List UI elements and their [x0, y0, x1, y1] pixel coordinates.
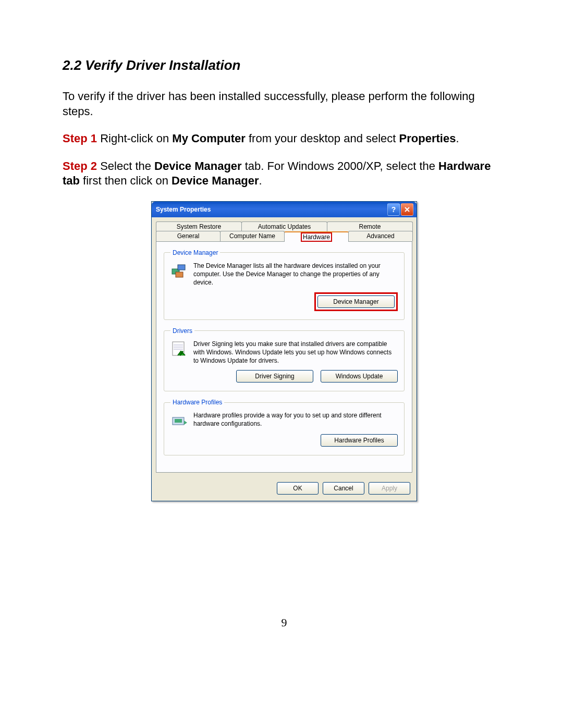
- close-icon: [404, 206, 410, 213]
- hardware-profiles-button[interactable]: Hardware Profiles: [321, 434, 398, 447]
- ok-button[interactable]: OK: [277, 482, 319, 495]
- windows-update-button[interactable]: Windows Update: [321, 370, 398, 382]
- close-button[interactable]: [401, 203, 413, 216]
- device-manager-legend: Device Manager: [170, 249, 220, 256]
- tab-general[interactable]: General: [156, 231, 221, 241]
- cancel-button[interactable]: Cancel: [323, 482, 364, 495]
- device-manager-button[interactable]: Device Manager: [317, 295, 395, 308]
- step-1-label: Step 1: [63, 132, 97, 145]
- step-2-label: Step 2: [63, 159, 97, 172]
- tab-hardware[interactable]: Hardware: [284, 231, 349, 242]
- drivers-legend: Drivers: [170, 327, 194, 335]
- hardware-profiles-text: Hardware profiles provide a way for you …: [193, 411, 398, 429]
- tab-row-bottom: General Computer Name Hardware Advanced: [156, 231, 412, 241]
- device-manager-group: Device Manager The Device Manager lists …: [164, 249, 405, 320]
- device-manager-text: The Device Manager lists all the hardwar…: [193, 262, 398, 287]
- tab-remote[interactable]: Remote: [327, 221, 413, 231]
- drivers-icon: [170, 340, 188, 357]
- device-manager-icon: [170, 262, 188, 279]
- tab-row-top: System Restore Automatic Updates Remote: [156, 221, 412, 231]
- help-button[interactable]: ?: [387, 203, 400, 216]
- tab-advanced[interactable]: Advanced: [348, 231, 413, 241]
- svg-rect-1: [178, 265, 185, 270]
- step-1: Step 1 Right-click on My Computer from y…: [63, 131, 506, 146]
- section-heading: 2.2 Verify Driver Installation: [63, 57, 506, 73]
- intro-paragraph: To verify if the driver has been install…: [63, 89, 506, 119]
- titlebar[interactable]: System Properties ?: [152, 202, 417, 217]
- hardware-profiles-legend: Hardware Profiles: [170, 399, 224, 406]
- svg-rect-5: [175, 419, 182, 423]
- tab-automatic-updates[interactable]: Automatic Updates: [241, 221, 327, 231]
- drivers-group: Drivers Driver Signing lets you make sur…: [164, 327, 405, 392]
- tab-system-restore[interactable]: System Restore: [156, 221, 242, 231]
- svg-rect-2: [176, 272, 183, 277]
- tab-content-hardware: Device Manager The Device Manager lists …: [156, 241, 412, 473]
- page-number: 9: [63, 616, 506, 630]
- dialog-footer: OK Cancel Apply: [152, 477, 417, 501]
- drivers-text: Driver Signing lets you make sure that i…: [193, 340, 398, 365]
- device-manager-button-highlight: Device Manager: [314, 292, 398, 311]
- hardware-profiles-group: Hardware Profiles Hardware profiles prov…: [164, 399, 405, 455]
- apply-button[interactable]: Apply: [369, 482, 410, 495]
- tab-computer-name[interactable]: Computer Name: [220, 231, 285, 241]
- step-2: Step 2 Select the Device Manager tab. Fo…: [63, 159, 506, 189]
- dialog-title: System Properties: [156, 206, 211, 213]
- hardware-profiles-icon: [170, 411, 188, 429]
- system-properties-dialog: System Properties ? System Restore Autom…: [151, 201, 417, 501]
- driver-signing-button[interactable]: Driver Signing: [236, 370, 313, 382]
